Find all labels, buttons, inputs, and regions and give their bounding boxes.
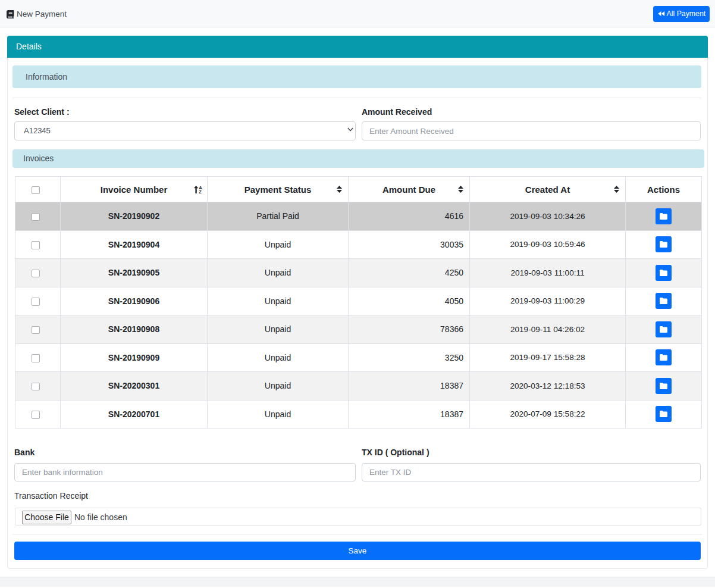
svg-text:Z: Z [199,189,202,193]
